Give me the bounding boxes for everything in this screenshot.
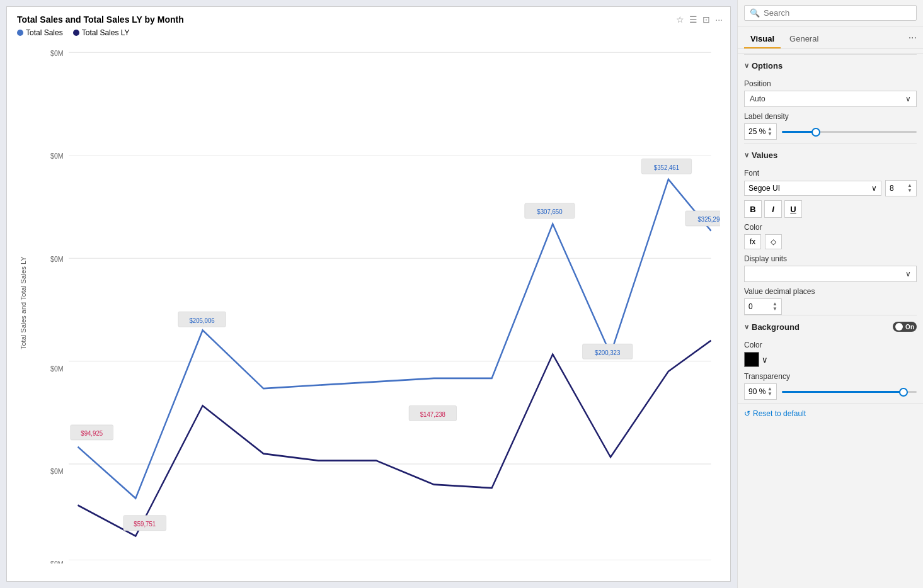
bold-label: B xyxy=(750,205,755,214)
reset-icon: ↺ xyxy=(744,409,750,418)
transparency-slider[interactable] xyxy=(782,391,917,393)
filter-icon[interactable]: ☰ xyxy=(689,14,697,25)
transparency-row: 90 % ▲▼ xyxy=(744,383,917,400)
italic-label: I xyxy=(772,205,774,214)
position-dropdown[interactable]: Auto ∨ xyxy=(744,91,917,107)
options-label: Options xyxy=(752,61,783,71)
italic-button[interactable]: I xyxy=(764,200,782,218)
bg-color-chevron-icon[interactable]: ∨ xyxy=(762,355,768,365)
font-label: Font xyxy=(744,169,917,178)
display-units-chevron-icon: ∨ xyxy=(905,269,911,278)
position-chevron-icon: ∨ xyxy=(905,94,911,103)
underline-button[interactable]: U xyxy=(784,200,802,218)
values-section: ∨ Values Font Segoe UI ∨ 8 ▲▼ B I U Colo… xyxy=(738,144,923,315)
diamond-icon: ◇ xyxy=(771,237,776,246)
background-toggle[interactable]: On xyxy=(893,322,917,332)
underline-label: U xyxy=(790,205,796,214)
legend-label-total-sales: Total Sales xyxy=(26,28,63,37)
chart-legend: Total Sales Total Sales LY xyxy=(17,28,720,37)
transparency-label: Transparency xyxy=(744,372,917,381)
chart-plot-area: $0M $0M $0M $0M $0M $0M xyxy=(32,42,720,563)
font-size-spin[interactable]: ▲▼ xyxy=(907,183,912,193)
options-section-header[interactable]: ∨ Options xyxy=(744,54,917,74)
right-panel: 🔍 Visual General ··· ∨ Options Position … xyxy=(737,0,923,588)
legend-dot-total-sales-ly xyxy=(73,30,79,36)
data-label-325294: $325,294 xyxy=(697,216,720,223)
color-label: Color xyxy=(744,223,917,232)
label-density-spin[interactable]: ▲▼ xyxy=(767,127,772,137)
transparency-value-box[interactable]: 90 % ▲▼ xyxy=(744,383,777,400)
color-picker-button[interactable]: ◇ xyxy=(765,234,782,249)
expand-icon[interactable]: ⊡ xyxy=(702,14,710,25)
font-size-value: 8 xyxy=(890,184,894,193)
color-row: fx ◇ xyxy=(744,234,917,249)
toggle-circle xyxy=(895,323,903,331)
font-dropdown[interactable]: Segoe UI ∨ xyxy=(744,181,881,196)
options-chevron: ∨ xyxy=(744,62,749,70)
legend-total-sales: Total Sales xyxy=(17,28,63,37)
data-label-94925: $94,925 xyxy=(81,430,103,438)
values-label: Values xyxy=(752,150,777,160)
values-section-header[interactable]: ∨ Values xyxy=(744,144,917,164)
value-decimal-spin[interactable]: ▲▼ xyxy=(772,302,777,312)
data-label-307650: $307,650 xyxy=(537,208,563,216)
label-density-row: 25 % ▲▼ xyxy=(744,123,917,140)
data-label-200323: $200,323 xyxy=(595,349,621,356)
bg-color-swatch[interactable] xyxy=(744,352,759,367)
label-density-fill xyxy=(782,131,816,133)
label-density-label: Label density xyxy=(744,112,917,121)
tab-general[interactable]: General xyxy=(783,30,825,48)
search-icon: 🔍 xyxy=(750,8,760,18)
background-section-header[interactable]: ∨ Background On xyxy=(744,315,917,336)
label-density-value: 25 % xyxy=(748,127,765,136)
legend-dot-total-sales xyxy=(17,30,23,36)
data-label-59751: $59,751 xyxy=(134,521,156,528)
label-density-slider[interactable] xyxy=(782,131,917,133)
data-label-352461: $352,461 xyxy=(654,164,680,171)
fx-label: fx xyxy=(750,237,755,246)
pin-icon[interactable]: ☆ xyxy=(676,14,684,25)
label-density-thumb[interactable] xyxy=(811,128,820,137)
display-units-dropdown[interactable]: ∨ xyxy=(744,266,917,282)
data-label-147238: $147,238 xyxy=(420,410,446,418)
label-density-value-box[interactable]: 25 % ▲▼ xyxy=(744,123,777,140)
reset-label: Reset to default xyxy=(753,409,806,418)
y-axis-label: Total Sales and Total Sales LY xyxy=(17,42,30,563)
position-value: Auto xyxy=(750,94,765,103)
value-decimal-box[interactable]: 0 ▲▼ xyxy=(744,298,782,315)
tab-more[interactable]: ··· xyxy=(909,32,917,47)
fx-button[interactable]: fx xyxy=(744,234,761,249)
chart-toolbar: ☆ ☰ ⊡ ··· xyxy=(676,14,723,25)
data-label-205006: $205,006 xyxy=(189,317,215,324)
background-section: ∨ Background On Color ∨ Transparency 90 … xyxy=(738,315,923,404)
search-wrapper[interactable]: 🔍 xyxy=(744,5,917,21)
transparency-spin[interactable]: ▲▼ xyxy=(767,387,772,397)
position-label: Position xyxy=(744,79,917,88)
value-decimal-value: 0 xyxy=(748,302,753,311)
reset-to-default[interactable]: ↺ Reset to default xyxy=(738,404,923,423)
font-row: Segoe UI ∨ 8 ▲▼ xyxy=(744,180,917,196)
value-decimal-label: Value decimal places xyxy=(744,287,917,296)
values-chevron: ∨ xyxy=(744,151,749,159)
total-sales-ly-line xyxy=(77,341,711,536)
chart-title: Total Sales and Total Sales LY by Month xyxy=(17,14,720,25)
y-tick-3: $0M xyxy=(50,255,64,263)
tab-visual[interactable]: Visual xyxy=(744,30,781,48)
y-tick-2: $0M xyxy=(50,152,64,161)
y-tick-4: $0M xyxy=(50,365,64,373)
more-icon[interactable]: ··· xyxy=(715,14,723,25)
top-spacer xyxy=(738,49,923,54)
bg-color-label: Color xyxy=(744,341,917,349)
legend-label-total-sales-ly: Total Sales LY xyxy=(82,28,130,37)
y-tick-5: $0M xyxy=(50,468,64,476)
transparency-thumb[interactable] xyxy=(899,388,908,397)
font-size-box[interactable]: 8 ▲▼ xyxy=(885,180,917,196)
legend-total-sales-ly: Total Sales LY xyxy=(73,28,130,37)
tabs-row: Visual General ··· xyxy=(738,26,923,49)
y-tick-6: $0M xyxy=(50,560,64,563)
bold-button[interactable]: B xyxy=(744,200,762,218)
format-buttons: B I U xyxy=(744,200,917,218)
bg-color-row: ∨ xyxy=(744,352,917,367)
transparency-fill xyxy=(782,391,903,393)
search-input[interactable] xyxy=(764,8,911,18)
